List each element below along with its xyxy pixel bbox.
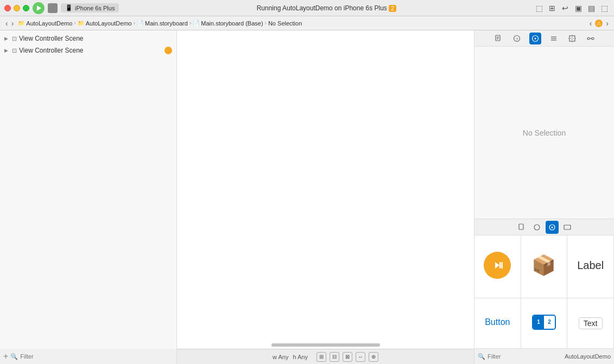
outline-empty-space <box>0 192 176 349</box>
svg-point-16 <box>592 37 594 40</box>
inspector-tab-identity[interactable] <box>529 33 541 44</box>
back-icon[interactable]: ↩ <box>560 3 571 14</box>
breadcrumb-item-5: No Selection <box>268 20 302 27</box>
library-cell-button[interactable]: Button <box>474 298 521 349</box>
right-filter-label: AutoLayoutDemo <box>565 353 611 360</box>
inspector-tab-size[interactable] <box>566 33 578 44</box>
left-panel: ▶ ⊡ View Controller Scene ▶ ⊡ View Contr… <box>0 30 177 349</box>
library-tabs <box>474 219 614 235</box>
file-icon-1: 📄 <box>137 20 143 26</box>
layout-icon[interactable]: ⬚ <box>534 3 545 14</box>
scene-icon-2: ⊡ <box>12 47 17 54</box>
outline-label-2: View Controller Scene <box>19 47 84 54</box>
canvas-control-4[interactable]: ↔ <box>356 352 365 362</box>
library-panel: 📦 Label Button 1 2 <box>474 219 614 349</box>
svg-text:?: ? <box>515 37 518 42</box>
breadcrumb-nav: ‹ › <box>4 19 15 28</box>
bottom-controls: ⊞ ⊟ ⊠ ↔ ⊕ <box>317 352 378 362</box>
scheme-selector[interactable]: 📱 iPhone 6s Plus <box>61 3 119 12</box>
svg-point-19 <box>534 225 540 230</box>
seg-part-2: 2 <box>544 316 555 329</box>
svg-rect-24 <box>499 262 501 269</box>
breadcrumb-forward[interactable]: › <box>10 19 15 28</box>
inspector-tab-connections[interactable] <box>585 33 597 44</box>
library-cell-media-player[interactable] <box>474 235 521 298</box>
right-panel: ? No Selection <box>474 30 614 349</box>
canvas-control-2[interactable]: ⊟ <box>330 352 339 362</box>
warning-badge: 2 <box>389 5 396 12</box>
canvas-control-3[interactable]: ⊠ <box>343 352 352 362</box>
outline-area: ▶ ⊡ View Controller Scene ▶ ⊡ View Contr… <box>0 30 176 192</box>
canvas-content[interactable] <box>177 30 474 349</box>
center-canvas[interactable] <box>177 30 474 349</box>
breadcrumb-sep-1: › <box>74 20 75 26</box>
filter-input[interactable] <box>20 353 173 360</box>
status-bar: + 🔍 w Any h Any ⊞ ⊟ ⊠ ↔ ⊕ 🔍 AutoLayoutDe… <box>0 349 614 364</box>
navigator-icon[interactable]: ⊞ <box>547 3 558 14</box>
library-tab-4[interactable] <box>561 221 574 234</box>
library-cell-segmented[interactable]: 1 2 <box>521 298 568 349</box>
run-button[interactable] <box>33 2 45 14</box>
breadcrumb-prev-issue[interactable]: ‹ <box>588 19 593 28</box>
text-icon: Text <box>579 319 603 328</box>
panel-toggle-icon[interactable]: ▤ <box>586 3 597 14</box>
breadcrumb-item-3[interactable]: 📄 Main.storyboard <box>137 20 188 27</box>
outline-item-1[interactable]: ▶ ⊡ View Controller Scene <box>0 33 176 44</box>
filter-icon: 🔍 <box>10 353 18 360</box>
toolbar-right: ⬚ ⊞ ↩ ▣ ▤ ⬚ <box>534 3 610 14</box>
no-selection-message: No Selection <box>474 47 614 219</box>
breadcrumb-item-2[interactable]: 📁 AutoLayoutDemo <box>78 20 132 27</box>
breadcrumb-next-issue[interactable]: › <box>605 19 610 28</box>
breadcrumb-item-1[interactable]: 📁 AutoLayoutDemo <box>18 20 72 27</box>
scheme-label: iPhone 6s Plus <box>75 5 115 11</box>
canvas-control-1[interactable]: ⊞ <box>317 352 326 362</box>
filter-add-icon[interactable]: + <box>3 352 8 361</box>
segmented-icon: 1 2 <box>532 315 556 330</box>
inspector-tab-quickhelp[interactable]: ? <box>511 33 523 44</box>
breadcrumb-label-5: No Selection <box>268 20 302 27</box>
outline-badge <box>164 47 172 54</box>
breadcrumb-label-2: AutoLayoutDemo <box>86 20 132 27</box>
library-cell-text[interactable]: Text Text <box>567 298 614 349</box>
center-status-bar: w Any h Any ⊞ ⊟ ⊠ ↔ ⊕ <box>177 349 474 364</box>
right-filter-area: 🔍 AutoLayoutDemo <box>474 349 614 364</box>
warning-indicator[interactable]: ⚠ <box>595 20 603 27</box>
inspector-tab-attributes[interactable] <box>548 33 560 44</box>
library-cell-label[interactable]: Label <box>567 235 614 298</box>
right-filter-input[interactable] <box>488 353 562 360</box>
breadcrumb-label-3: Main.storyboard <box>145 20 188 27</box>
library-cell-cube[interactable]: 📦 <box>521 235 568 298</box>
svg-point-21 <box>551 226 553 228</box>
breadcrumb-sep-3: › <box>189 20 191 26</box>
split-icon[interactable]: ⬚ <box>599 3 610 14</box>
breadcrumb-back[interactable]: ‹ <box>4 19 9 28</box>
traffic-lights <box>4 5 29 11</box>
library-tab-1[interactable] <box>515 221 528 234</box>
scene-icon-1: ⊡ <box>12 35 17 42</box>
close-button[interactable] <box>4 5 11 11</box>
inspector-tab-file[interactable] <box>492 33 504 44</box>
breadcrumb: ‹ › 📁 AutoLayoutDemo › 📁 AutoLayoutDemo … <box>0 16 614 30</box>
size-w-label: w Any <box>273 354 288 360</box>
right-filter-icon: 🔍 <box>478 353 485 360</box>
svg-rect-25 <box>502 262 503 269</box>
main-area: ▶ ⊡ View Controller Scene ▶ ⊡ View Contr… <box>0 30 614 349</box>
canvas-control-5[interactable]: ⊕ <box>369 352 378 362</box>
svg-rect-12 <box>569 36 575 41</box>
library-tab-3[interactable] <box>546 221 559 234</box>
inspector-toggle-icon[interactable]: ▣ <box>573 3 584 14</box>
scheme-icon: 📱 <box>65 4 73 11</box>
outline-item-2[interactable]: ▶ ⊡ View Controller Scene <box>0 44 176 56</box>
scrollbar-h[interactable] <box>177 343 474 347</box>
media-player-icon <box>484 252 511 279</box>
seg-part-1: 1 <box>533 316 544 329</box>
maximize-button[interactable] <box>23 5 29 11</box>
folder-icon-2: 📁 <box>78 20 84 26</box>
breadcrumb-item-4[interactable]: 📄 Main.storyboard (Base) <box>193 20 263 27</box>
library-tab-2[interactable] <box>530 221 543 234</box>
stop-button[interactable] <box>48 3 58 13</box>
file-icon-2: 📄 <box>193 20 199 26</box>
minimize-button[interactable] <box>14 5 20 11</box>
svg-marker-0 <box>37 5 41 11</box>
chevron-icon-2: ▶ <box>4 48 10 53</box>
